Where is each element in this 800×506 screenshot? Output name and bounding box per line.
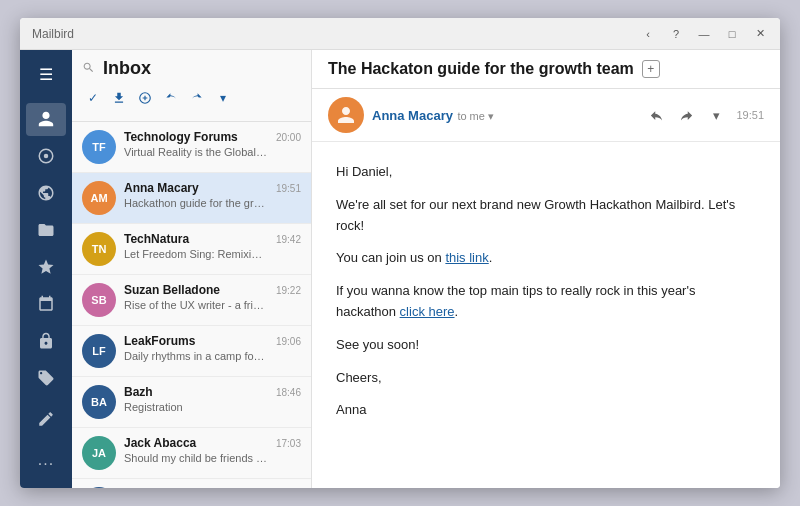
inbox-header: Inbox ✓ ▾	[72, 50, 311, 122]
email-line2: You can join us on this link.	[336, 248, 756, 269]
inbox-panel: Inbox ✓ ▾	[72, 50, 312, 488]
message-preview: Let Freedom Sing: Remixing the Declarati…	[124, 248, 268, 260]
message-item[interactable]: SB Suzan Belladone Rise of the UX writer…	[72, 275, 311, 326]
email-line2-pre: You can join us on	[336, 250, 445, 265]
message-item[interactable]: LF LeakForums Daily rhythms in a camp fo…	[72, 326, 311, 377]
email-signature: Anna	[336, 400, 756, 421]
toolbar-reply-btn[interactable]	[160, 87, 182, 109]
nav-contacts-icon[interactable]	[26, 140, 66, 173]
message-sender: Suzan Belladone	[124, 283, 268, 297]
sender-name: Anna Macary	[372, 108, 453, 123]
message-body: Suzan Belladone Rise of the UX writer - …	[124, 283, 268, 311]
nav-compose-icon[interactable]	[26, 402, 66, 435]
email-subject: The Hackaton guide for the growth team	[328, 60, 634, 78]
toolbar-download-btn[interactable]	[108, 87, 130, 109]
add-tab-button[interactable]: +	[642, 60, 660, 78]
minimize-button[interactable]: —	[692, 24, 716, 44]
title-bar-controls: ‹ ? — □ ✕	[636, 24, 772, 44]
email-line3-pre: If you wanna know the top main tips to r…	[336, 283, 695, 319]
help-button[interactable]: ?	[664, 24, 688, 44]
message-time: 18:46	[276, 387, 301, 398]
message-list: TF Technology Forums Virtual Reality is …	[72, 122, 311, 488]
close-button[interactable]: ✕	[748, 24, 772, 44]
title-bar-title: Mailbird	[32, 27, 74, 41]
message-body: Anna Macary Hackathon guide for the grow…	[124, 181, 268, 209]
left-nav: ☰	[20, 50, 72, 488]
inbox-title: Inbox	[103, 58, 301, 79]
message-avatar: TF	[82, 130, 116, 164]
maximize-button[interactable]: □	[720, 24, 744, 44]
toolbar-forward-btn[interactable]	[186, 87, 208, 109]
nav-lock-icon[interactable]	[26, 324, 66, 357]
nav-star-icon[interactable]	[26, 251, 66, 284]
reply-button[interactable]	[644, 104, 668, 126]
nav-apps-icon[interactable]	[26, 177, 66, 210]
svg-point-1	[44, 154, 49, 159]
email-timestamp: 19:51	[736, 109, 764, 121]
message-body: Bazh Welcome to the great developer comm…	[124, 487, 268, 488]
toolbar-check-btn[interactable]: ✓	[82, 87, 104, 109]
message-preview: Daily rhythms in a camp for displaced pe…	[124, 350, 268, 362]
nav-calendar-icon[interactable]	[26, 287, 66, 320]
search-row: Inbox	[82, 58, 301, 79]
email-greeting: Hi Daniel,	[336, 162, 756, 183]
nav-people-icon[interactable]	[26, 103, 66, 136]
inbox-toolbar: ✓ ▾	[82, 83, 301, 113]
message-item[interactable]: TF Technology Forums Virtual Reality is …	[72, 122, 311, 173]
toolbar-archive-btn[interactable]	[134, 87, 156, 109]
message-time: 20:00	[276, 132, 301, 143]
message-time: 17:03	[276, 438, 301, 449]
email-line5: Cheers,	[336, 368, 756, 389]
sender-to-label: to me ▾	[457, 110, 494, 122]
forward-button[interactable]	[674, 104, 698, 126]
main-content: ☰	[20, 50, 780, 488]
message-item[interactable]: AM Anna Macary Hackathon guide for the g…	[72, 173, 311, 224]
search-icon	[82, 61, 95, 77]
more-actions-button[interactable]: ▾	[704, 104, 728, 126]
message-avatar: TN	[82, 232, 116, 266]
message-time: 19:42	[276, 234, 301, 245]
message-item[interactable]: BA Bazh Registration 18:46	[72, 377, 311, 428]
email-header-bar: The Hackaton guide for the growth team +	[312, 50, 780, 89]
email-meta: Anna Macary to me ▾ ▾ 19:51	[312, 89, 780, 142]
message-avatar: LF	[82, 334, 116, 368]
email-body: Hi Daniel, We're all set for our next br…	[312, 142, 780, 488]
message-item[interactable]: JA Jack Abacca Should my child be friend…	[72, 428, 311, 479]
message-sender: Bazh	[124, 385, 268, 399]
email-line3: If you wanna know the top main tips to r…	[336, 281, 756, 323]
message-sender: Jack Abacca	[124, 436, 268, 450]
toolbar-more-btn[interactable]: ▾	[212, 87, 234, 109]
message-preview: Virtual Reality is the Global Empathy Ma…	[124, 146, 268, 158]
nav-more-icon[interactable]: ···	[26, 447, 66, 480]
message-body: LeakForums Daily rhythms in a camp for d…	[124, 334, 268, 362]
message-time: 19:06	[276, 336, 301, 347]
message-avatar: BA	[82, 487, 116, 488]
message-time: 19:22	[276, 285, 301, 296]
nav-folder-icon[interactable]	[26, 214, 66, 247]
message-sender: TechNatura	[124, 232, 268, 246]
message-preview: Should my child be friends with a robot.…	[124, 452, 268, 464]
nav-tag-icon[interactable]	[26, 361, 66, 394]
this-link[interactable]: this link	[445, 250, 488, 265]
message-item[interactable]: TN TechNatura Let Freedom Sing: Remixing…	[72, 224, 311, 275]
message-sender: Bazh	[124, 487, 268, 488]
message-body: Bazh Registration	[124, 385, 268, 413]
email-line1: We're all set for our next brand new Gro…	[336, 195, 756, 237]
email-line2-post: .	[489, 250, 493, 265]
sender-avatar	[328, 97, 364, 133]
message-body: Jack Abacca Should my child be friends w…	[124, 436, 268, 464]
message-time: 19:51	[276, 183, 301, 194]
click-here-link[interactable]: click here	[400, 304, 455, 319]
email-actions: ▾	[644, 104, 728, 126]
email-line3-post: .	[455, 304, 459, 319]
message-body: Technology Forums Virtual Reality is the…	[124, 130, 268, 158]
message-preview: Rise of the UX writer - a friendly guide…	[124, 299, 268, 311]
message-sender: Technology Forums	[124, 130, 268, 144]
back-button[interactable]: ‹	[636, 24, 660, 44]
hamburger-menu-icon[interactable]: ☰	[26, 58, 66, 91]
message-body: TechNatura Let Freedom Sing: Remixing th…	[124, 232, 268, 260]
message-preview: Hackathon guide for the growth team	[124, 197, 268, 209]
message-item[interactable]: BA Bazh Welcome to the great developer c…	[72, 479, 311, 488]
message-avatar: BA	[82, 385, 116, 419]
message-avatar: AM	[82, 181, 116, 215]
